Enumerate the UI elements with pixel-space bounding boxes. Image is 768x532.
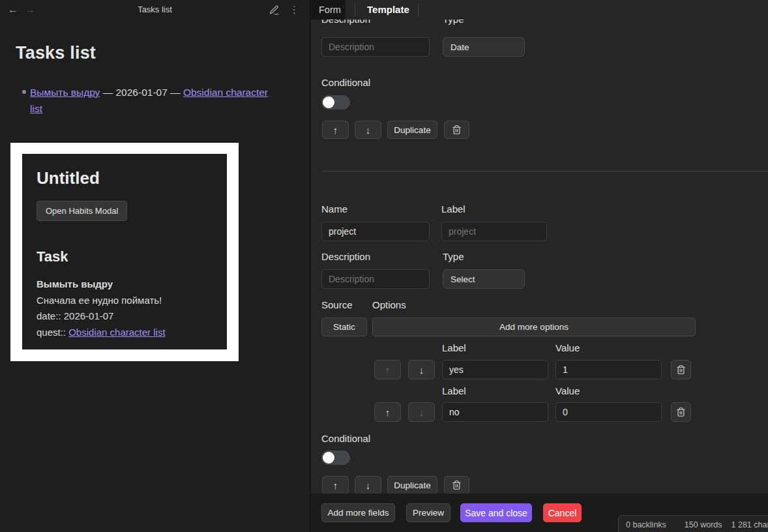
embed-quest-line: quest:: Obsidian character list (37, 325, 213, 341)
embed-quest-link[interactable]: Obsidian character list (68, 327, 165, 338)
move-up-button[interactable]: ↑ (322, 121, 349, 139)
add-more-options-button[interactable]: Add more options (372, 318, 696, 336)
list-bullet (22, 90, 26, 94)
move-down-button[interactable]: ↓ (355, 476, 381, 494)
description-input[interactable] (321, 37, 430, 57)
move-down-button[interactable]: ↓ (355, 121, 381, 139)
trash-icon (452, 480, 462, 490)
description-label: Description (321, 251, 370, 262)
embed-date-line: date:: 2026-01-07 (37, 308, 213, 325)
option-move-up-button[interactable]: ↑ (374, 360, 401, 379)
option-label-input[interactable] (442, 402, 548, 422)
note-pane: ← → Tasks list ⋮ Tasks list Вымыть выдру… (0, 0, 310, 532)
name-label: Name (321, 203, 347, 214)
task-date: 2026-01-07 (116, 87, 168, 98)
option-move-down-button[interactable]: ↓ (408, 360, 435, 379)
source-label: Source (321, 299, 353, 310)
tab-form[interactable]: Form (319, 0, 341, 20)
tab-bar: Form Template (311, 0, 768, 20)
trash-icon (452, 125, 462, 135)
down-arrow-icon: ↓ (366, 480, 371, 491)
note-title: Tasks list (16, 43, 96, 63)
up-arrow-icon: ↑ (333, 125, 338, 136)
option-label-input[interactable] (442, 360, 548, 379)
type-label: Type (443, 251, 464, 262)
field-divider (322, 171, 768, 171)
toggle-knob (323, 96, 334, 108)
trash-icon (676, 407, 686, 417)
option-move-up-button[interactable]: ↑ (374, 402, 401, 422)
html-embed-frame: Untitled Open Habits Modal Task Вымыть в… (10, 143, 239, 361)
option-delete-button[interactable] (671, 360, 691, 379)
embed-task-name: Вымыть выдру (37, 276, 213, 293)
description-input[interactable] (321, 269, 430, 289)
duplicate-button[interactable]: Duplicate (387, 121, 437, 139)
up-arrow-icon: ↑ (385, 407, 391, 418)
form-editor-pane: Form Template Description Type Date Cond… (310, 0, 768, 532)
source-dropdown[interactable]: Static (321, 318, 367, 336)
task-dash2: — (168, 87, 183, 98)
down-arrow-icon: ↓ (366, 125, 371, 136)
conditional-toggle[interactable] (321, 95, 350, 110)
quest-prefix: quest:: (37, 327, 68, 338)
trash-icon (676, 364, 686, 375)
conditional-toggle[interactable] (321, 451, 350, 465)
up-arrow-icon: ↑ (385, 364, 391, 376)
tab-separator (418, 3, 419, 16)
label-label: Label (441, 203, 465, 214)
conditional-label: Conditional (321, 433, 370, 444)
habits-preview-card: Untitled Open Habits Modal Task Вымыть в… (22, 154, 227, 349)
form-fields-scroll-area: Description Type Date Conditional ↑ ↓ Du… (311, 20, 768, 494)
move-up-button[interactable]: ↑ (322, 476, 349, 494)
preview-button[interactable]: Preview (406, 503, 450, 522)
pane-title: Tasks list (0, 0, 310, 20)
task-list-item: Вымыть выдру — 2026-01-07 — Obsidian cha… (30, 84, 274, 117)
delete-field-button[interactable] (444, 476, 469, 494)
embed-title: Untitled (37, 168, 213, 188)
option-move-down-button[interactable]: ↓ (408, 402, 435, 422)
embed-section-title: Task (37, 248, 213, 265)
tab-template[interactable]: Template (367, 0, 409, 20)
task-link[interactable]: Вымыть выдру (30, 87, 100, 98)
option-delete-button[interactable] (671, 402, 691, 422)
description-label: Description (321, 20, 370, 25)
tab-separator (355, 3, 355, 16)
conditional-label: Conditional (321, 77, 370, 88)
more-options-icon[interactable]: ⋮ (289, 0, 299, 20)
delete-field-button[interactable] (444, 121, 469, 139)
option-value-header: Value (555, 385, 580, 396)
down-arrow-icon: ↓ (419, 364, 424, 376)
option-value-header: Value (555, 342, 580, 353)
cancel-button[interactable]: Cancel (543, 503, 582, 522)
label-input[interactable] (441, 222, 547, 241)
task-dash: — (100, 87, 115, 98)
option-value-input[interactable] (555, 402, 662, 422)
type-dropdown[interactable]: Select (443, 269, 525, 289)
duplicate-button[interactable]: Duplicate (387, 476, 437, 494)
option-value-input[interactable] (555, 360, 662, 379)
save-and-close-button[interactable]: Save and close (460, 503, 532, 522)
status-bar: 0 backlinks 150 words 1 281 characters (618, 515, 768, 532)
options-label: Options (372, 299, 406, 310)
down-arrow-icon: ↓ (419, 407, 424, 418)
word-count[interactable]: 150 words (685, 520, 722, 529)
pane-header: ← → Tasks list ⋮ (0, 0, 310, 20)
toggle-knob (323, 452, 334, 464)
name-input[interactable] (321, 222, 430, 241)
add-more-fields-button[interactable]: Add more fields (321, 503, 395, 522)
embed-task-desc: Сначала ее нудно поймать! (37, 293, 213, 309)
backlinks-count[interactable]: 0 backlinks (626, 520, 666, 529)
type-dropdown[interactable]: Date (443, 37, 525, 57)
option-label-header: Label (442, 385, 466, 396)
up-arrow-icon: ↑ (333, 480, 338, 491)
option-label-header: Label (442, 342, 466, 353)
edit-pencil-icon[interactable] (269, 5, 280, 18)
character-count[interactable]: 1 281 characters (731, 520, 768, 529)
open-habits-modal-button[interactable]: Open Habits Modal (37, 201, 127, 221)
type-label: Type (443, 20, 464, 25)
embed-task-details: Вымыть выдру Сначала ее нудно поймать! d… (37, 276, 213, 340)
